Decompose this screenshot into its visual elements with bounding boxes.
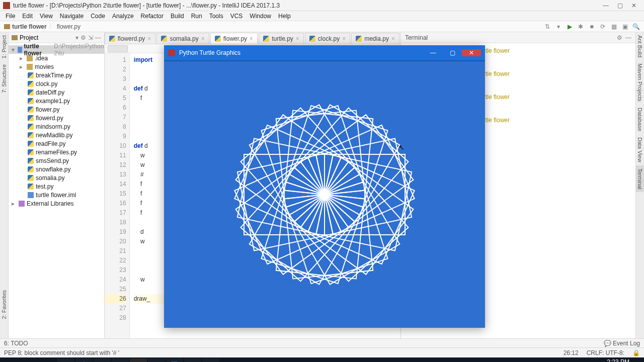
- editor-tab[interactable]: somalia.py×: [156, 33, 209, 44]
- event-log-button[interactable]: 💬 Event Log: [604, 340, 640, 347]
- toolbar-icon[interactable]: ▣: [621, 23, 629, 31]
- tree-row[interactable]: newMadlib.py: [9, 131, 104, 139]
- tool-tab-structure[interactable]: 7: Structure: [0, 61, 8, 96]
- tree-row[interactable]: ▾turtle flowerD:\Projects\Python 2\tu: [9, 45, 104, 54]
- menu-vcs[interactable]: VCS: [228, 12, 246, 21]
- tree-row[interactable]: somalia.py: [9, 173, 104, 182]
- hide-icon[interactable]: —: [95, 34, 101, 41]
- tree-row[interactable]: test.py: [9, 182, 104, 191]
- taskbar-app-intellij[interactable]: IJ: [130, 358, 147, 363]
- tree-row[interactable]: example1.py: [9, 97, 104, 105]
- tree-row[interactable]: flowerd.py: [9, 114, 104, 122]
- windows-taskbar: ⊞ ◯ ❐ 📁 Ⓢ ◉ ▣ IJ C 📝 ▥ 🐢 👤 ˄ 📶 🔊 2:23 PM…: [0, 357, 644, 362]
- toolbar-icon[interactable]: ▦: [610, 23, 618, 31]
- breadcrumb-root: turtle flower: [12, 23, 47, 30]
- tree-row[interactable]: readFile.py: [9, 139, 104, 148]
- start-button[interactable]: ⊞: [3, 358, 20, 363]
- menu-analyze[interactable]: Analyze: [110, 12, 136, 21]
- window-minimize-button[interactable]: —: [599, 2, 613, 9]
- toolbar-sort-icon[interactable]: ⇅: [543, 23, 551, 31]
- tree-row[interactable]: smsSend.py: [9, 156, 104, 165]
- taskbar-app-python[interactable]: 🐢: [202, 358, 219, 363]
- project-tree[interactable]: ▾turtle flowerD:\Projects\Python 2\tu▸.i…: [9, 43, 104, 338]
- editor-tab[interactable]: flower.py×: [210, 33, 258, 44]
- menu-view[interactable]: View: [37, 12, 55, 21]
- terminal-title: Terminal: [405, 34, 428, 41]
- turtle-maximize-button[interactable]: ▢: [443, 49, 462, 56]
- tool-tab-favorites[interactable]: 2: Favorites: [0, 287, 8, 322]
- todo-label[interactable]: 6: TODO: [4, 340, 28, 347]
- menu-tools[interactable]: Tools: [207, 12, 226, 21]
- tree-row[interactable]: dateDiff.py: [9, 88, 104, 97]
- tool-tab-project[interactable]: 1: Project: [0, 32, 8, 61]
- tree-row[interactable]: renameFiles.py: [9, 148, 104, 156]
- tool-tab-dataview[interactable]: Data View: [636, 134, 644, 165]
- tool-tab-ant[interactable]: Ant Build: [636, 32, 644, 60]
- tree-row[interactable]: snowflake.py: [9, 165, 104, 173]
- gear-icon[interactable]: ⚙: [617, 34, 622, 41]
- tree-row[interactable]: flower.py: [9, 105, 104, 114]
- menu-bar: FileEditViewNavigateCodeAnalyzeRefactorB…: [0, 11, 644, 21]
- debug-button[interactable]: ✱: [577, 23, 585, 31]
- menu-refactor[interactable]: Refactor: [138, 12, 166, 21]
- taskbar-app-camtasia[interactable]: C: [148, 358, 165, 363]
- turtle-title: Python Turtle Graphics: [179, 49, 240, 56]
- tree-row[interactable]: mindsorm.py: [9, 122, 104, 131]
- editor-tab[interactable]: media.py×: [351, 33, 399, 44]
- menu-run[interactable]: Run: [189, 12, 205, 21]
- encoding-label[interactable]: CRLF: UTF-8:: [587, 349, 624, 356]
- menu-help[interactable]: Help: [276, 12, 293, 21]
- settings-icon[interactable]: ⇲: [88, 34, 93, 41]
- tree-row[interactable]: ▸External Libraries: [9, 199, 104, 208]
- menu-navigate[interactable]: Navigate: [57, 12, 86, 21]
- search-icon[interactable]: 🔍: [632, 23, 640, 31]
- left-tool-gutter: 1: Project 7: Structure 2: Favorites: [0, 32, 9, 338]
- taskbar-app-chrome[interactable]: ◉: [94, 358, 111, 363]
- tool-tab-terminal[interactable]: Terminal: [636, 165, 644, 193]
- toolbar-icon[interactable]: ⟳: [599, 23, 607, 31]
- stop-button[interactable]: ■: [588, 23, 596, 31]
- editor-tab[interactable]: turtle.py×: [259, 33, 304, 44]
- tool-tab-maven[interactable]: Maven Projects: [636, 60, 644, 105]
- nav-pill[interactable]: [108, 45, 128, 52]
- editor-tab[interactable]: flowerd.py×: [105, 33, 156, 44]
- menu-code[interactable]: Code: [88, 12, 108, 21]
- task-view-button[interactable]: ❐: [39, 358, 56, 363]
- tool-tab-database[interactable]: Database: [636, 105, 644, 134]
- turtle-app-icon: [168, 49, 175, 56]
- menu-window[interactable]: Window: [247, 12, 274, 21]
- turtle-titlebar[interactable]: Python Turtle Graphics — ▢ ✕: [164, 45, 485, 60]
- cortana-button[interactable]: ◯: [21, 358, 38, 363]
- toolbar-dropdown-icon[interactable]: ▾: [554, 23, 562, 31]
- taskbar-app-skype[interactable]: Ⓢ: [75, 358, 93, 363]
- menu-file[interactable]: File: [3, 12, 18, 21]
- gear-icon[interactable]: ⚙: [80, 34, 86, 41]
- lock-icon[interactable]: 🔒: [632, 349, 640, 356]
- system-tray[interactable]: 👤 ˄ 📶 🔊 2:23 PM 3/9/2018 💬: [564, 359, 641, 363]
- taskbar-app-terminal[interactable]: ▥: [184, 358, 201, 363]
- editor-tab[interactable]: clock.py×: [305, 33, 350, 44]
- folder-icon: [4, 24, 10, 29]
- turtle-minimize-button[interactable]: —: [424, 49, 443, 56]
- taskbar-app-explorer[interactable]: 📁: [57, 358, 74, 363]
- turtle-close-button[interactable]: ✕: [462, 49, 481, 56]
- run-button[interactable]: ▶: [566, 23, 574, 31]
- tree-row[interactable]: breakTime.py: [9, 71, 104, 79]
- window-maximize-button[interactable]: ▢: [613, 2, 627, 9]
- menu-edit[interactable]: Edit: [20, 12, 35, 21]
- taskbar-app-sublime[interactable]: ▣: [112, 358, 129, 363]
- tree-row[interactable]: clock.py: [9, 79, 104, 88]
- window-titlebar: turtle flower - [D:\Projects\Python 2\tu…: [0, 0, 644, 11]
- turtle-drawing: [224, 94, 425, 295]
- breadcrumb[interactable]: turtle flower 〉 flower.py: [4, 22, 80, 31]
- taskbar-clock[interactable]: 2:23 PM 3/9/2018: [606, 359, 629, 363]
- window-close-button[interactable]: ✕: [627, 2, 641, 9]
- tree-row[interactable]: turtle flower.iml: [9, 191, 104, 199]
- collapse-icon[interactable]: ▾: [75, 34, 78, 41]
- hide-icon[interactable]: —: [625, 34, 631, 41]
- tree-row[interactable]: ▸movies: [9, 62, 104, 71]
- mouse-cursor-icon: ↖: [398, 143, 405, 151]
- turtle-canvas: ↖: [164, 60, 485, 328]
- taskbar-app-notepad[interactable]: 📝: [166, 358, 183, 363]
- menu-build[interactable]: Build: [168, 12, 187, 21]
